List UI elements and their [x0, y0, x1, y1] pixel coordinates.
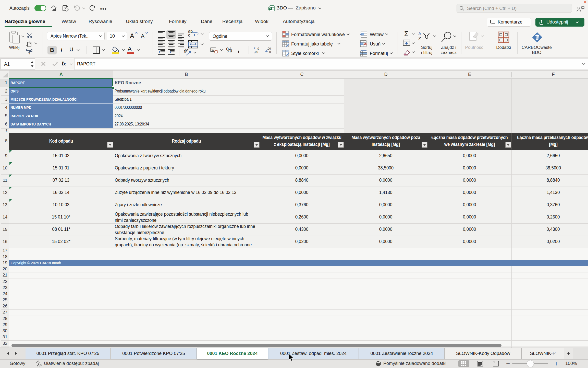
svg-text:,0: ,0 — [257, 47, 259, 50]
svg-text:,00: ,00 — [267, 47, 271, 50]
svg-text:cc: cc — [212, 48, 214, 51]
svg-text:,0: ,0 — [268, 50, 271, 53]
svg-text:,00: ,00 — [254, 50, 258, 53]
